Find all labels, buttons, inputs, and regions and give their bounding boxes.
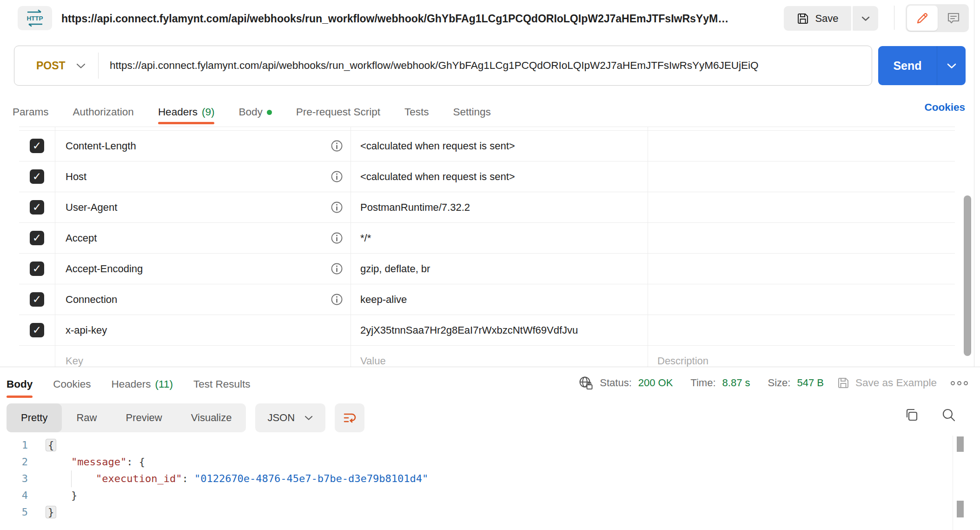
header-value[interactable]: 2yjX35tnnSaa7Hr2g8EaI7rWxbzcNtWf69VdfJvu [360, 324, 578, 336]
tab-authorization[interactable]: Authorization [73, 106, 134, 127]
response-body-code[interactable]: 1{2 "message": {3 "execution_id": "01226… [0, 437, 951, 530]
header-checkbox[interactable]: ✓ [30, 262, 44, 276]
key-cell: Host [55, 161, 351, 192]
header-checkbox[interactable]: ✓ [30, 200, 44, 215]
header-value[interactable]: PostmanRuntime/7.32.2 [360, 201, 470, 214]
view-tab-visualize[interactable]: Visualize [177, 403, 246, 432]
header-row-content-length: ✓Content-Length<calculated when request … [19, 131, 955, 161]
save-button[interactable]: Save [784, 6, 851, 31]
size-value[interactable]: 547 B [797, 377, 824, 389]
code-token: "message" [71, 456, 126, 468]
description-cell [648, 131, 955, 161]
response-tab-headers[interactable]: Headers(11) [112, 378, 173, 398]
format-label: JSON [267, 412, 295, 424]
checkbox-cell: ✓ [19, 131, 55, 161]
description-placeholder[interactable]: Description [648, 355, 709, 367]
code-scrollbar-thumb[interactable] [957, 436, 964, 452]
info-icon[interactable] [331, 170, 343, 183]
header-key[interactable]: Accept [66, 232, 97, 244]
header-checkbox[interactable]: ✓ [30, 323, 44, 337]
response-tab-cookies[interactable]: Cookies [53, 378, 91, 398]
view-tab-pretty[interactable]: Pretty [7, 403, 62, 432]
header-value[interactable]: <calculated when request is sent> [360, 171, 515, 183]
headers-scrollbar[interactable] [964, 195, 971, 356]
globe-lock-icon[interactable] [578, 376, 593, 390]
checkbox-cell: ✓ [19, 315, 55, 345]
url-input[interactable]: https://api.connect.fylamynt.com/api/web… [99, 60, 872, 72]
svg-text:HTTP: HTTP [26, 15, 43, 22]
header-key[interactable]: Connection [66, 294, 117, 306]
code-text: } [28, 504, 55, 521]
cookies-link[interactable]: Cookies [924, 101, 965, 114]
header-value[interactable]: keep-alive [360, 294, 407, 306]
key-placeholder[interactable]: Key [66, 355, 83, 367]
info-circle-icon [331, 232, 343, 244]
header-key[interactable]: Host [66, 171, 86, 183]
tab-pre-request-script[interactable]: Pre-request Script [296, 106, 380, 127]
code-scrollbar-thumb[interactable] [957, 501, 964, 517]
save-as-example-button[interactable]: Save as Example [837, 376, 937, 389]
info-icon[interactable] [331, 262, 343, 275]
wrap-lines-button[interactable] [335, 403, 364, 432]
response-tab-body[interactable]: Body [7, 378, 33, 398]
tab-headers[interactable]: Headers(9) [158, 106, 215, 127]
header-key[interactable]: x-api-key [66, 324, 107, 336]
response-tabs: BodyCookiesHeaders(11)Test Results [7, 371, 250, 398]
comments-button[interactable] [938, 4, 969, 32]
tab-label: Tests [404, 106, 429, 118]
line-number: 2 [0, 454, 28, 470]
search-response-button[interactable] [941, 407, 957, 423]
format-selector[interactable]: JSON [255, 403, 325, 432]
header-value[interactable]: gzip, deflate, br [360, 263, 430, 275]
tab-tests[interactable]: Tests [404, 106, 429, 127]
response-tab-test-results[interactable]: Test Results [193, 378, 251, 398]
header-key[interactable]: User-Agent [66, 201, 117, 214]
code-line: 1{ [0, 437, 951, 454]
tab-label: Test Results [193, 378, 251, 390]
header-key[interactable]: Content-Length [66, 140, 136, 152]
tab-body[interactable]: Body [238, 106, 271, 127]
method-selector[interactable]: POST [14, 60, 98, 72]
view-tab-raw[interactable]: Raw [62, 403, 111, 432]
line-number: 3 [0, 470, 28, 487]
view-tab-preview[interactable]: Preview [111, 403, 176, 432]
value-cell: PostmanRuntime/7.32.2 [351, 192, 648, 222]
info-icon[interactable] [331, 293, 343, 306]
key-cell: x-api-key [55, 315, 351, 345]
header-checkbox[interactable]: ✓ [30, 292, 44, 307]
edit-docs-button[interactable] [907, 6, 938, 31]
method-label: POST [36, 60, 66, 72]
chevron-down-icon [861, 16, 870, 21]
header-value[interactable]: */* [360, 232, 371, 244]
copy-response-button[interactable] [904, 407, 920, 423]
cell [648, 127, 955, 130]
status-value[interactable]: 200 OK [638, 377, 673, 389]
header-key[interactable]: Accept-Encoding [66, 263, 143, 275]
more-actions-button[interactable] [951, 381, 968, 385]
info-circle-icon [331, 293, 343, 306]
header-checkbox[interactable]: ✓ [30, 231, 44, 245]
description-cell [648, 254, 955, 284]
time-value[interactable]: 8.87 s [722, 377, 750, 389]
value-placeholder[interactable]: Value [360, 355, 386, 367]
save-options-button[interactable] [853, 6, 878, 31]
key-cell: Accept [55, 223, 351, 253]
send-options-button[interactable] [937, 46, 966, 85]
tab-count-badge: (11) [155, 378, 173, 390]
code-text: "execution_id": "0122670e-4876-45e7-b7be… [28, 470, 428, 487]
code-text: { [28, 437, 55, 454]
checkbox-cell: ✓ [19, 161, 55, 192]
header-checkbox[interactable]: ✓ [30, 139, 44, 153]
cell [19, 127, 55, 130]
info-icon[interactable] [331, 232, 343, 244]
info-icon[interactable] [331, 140, 343, 152]
header-checkbox[interactable]: ✓ [30, 169, 44, 184]
send-button[interactable]: Send [878, 46, 966, 85]
tab-params[interactable]: Params [13, 106, 49, 127]
status-label: Status: [600, 377, 631, 389]
chevron-down-icon [76, 63, 86, 69]
tab-settings[interactable]: Settings [453, 106, 491, 127]
header-value[interactable]: <calculated when request is sent> [360, 140, 515, 152]
save-as-example-label: Save as Example [855, 377, 937, 389]
info-icon[interactable] [331, 201, 343, 214]
